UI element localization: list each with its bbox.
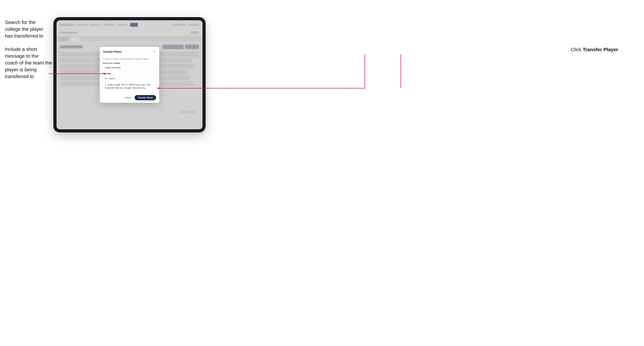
modal-title: Transfer Player — [103, 50, 122, 53]
cancel-button[interactable]: Cancel — [123, 95, 133, 100]
annotation-left: Search for the college the player has tr… — [5, 19, 52, 86]
annotation-right: Click Transfer Player — [571, 47, 618, 52]
modal-header: Transfer Player ✕ — [100, 47, 159, 55]
transfer-player-modal: Transfer Player ✕ Transfer the player an… — [100, 47, 159, 103]
tablet-screen: Transfer Player ✕ Transfer the player an… — [56, 20, 202, 129]
modal-footer: Cancel Transfer Player — [100, 93, 159, 103]
search-college-input[interactable] — [103, 65, 156, 70]
modal-body: Transfer the player and their profile to… — [100, 55, 159, 93]
transfer-player-button[interactable]: Transfer Player — [134, 95, 156, 100]
tablet-device: Transfer Player ✕ Transfer the player an… — [54, 17, 206, 133]
annotation-text-bottom: Include a short message to the coach of … — [5, 46, 52, 80]
message-field-label: Message — [103, 72, 156, 74]
annotation-right-bold: Transfer Player — [583, 47, 618, 52]
modal-overlay: Transfer Player ✕ Transfer the player an… — [56, 20, 202, 129]
annotation-text-top: Search for the college the player has tr… — [5, 19, 52, 39]
modal-close-button[interactable]: ✕ — [152, 50, 156, 53]
message-textarea[interactable]: Hi Coach, I understand Chris Robertson h… — [103, 75, 156, 89]
annotation-right-text: Click — [571, 47, 581, 52]
modal-description: Transfer the player and their profile to… — [103, 58, 156, 60]
search-field-label: Search for College — [103, 62, 156, 64]
